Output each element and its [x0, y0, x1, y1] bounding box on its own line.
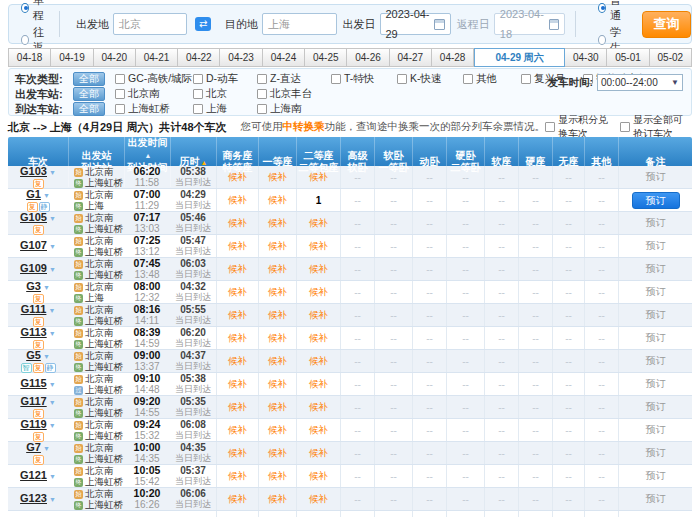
train-link-G113[interactable]: G113 — [20, 327, 46, 338]
checkbox-icon[interactable] — [331, 74, 341, 84]
train-link-G7[interactable]: G7 — [26, 442, 41, 453]
calendar-icon[interactable] — [434, 19, 445, 30]
depart-date-input[interactable]: 2023-04-29 — [380, 13, 451, 35]
date-tab-04-26[interactable]: 04-26 — [347, 48, 389, 67]
swap-stations-icon[interactable]: ⇄ — [195, 17, 211, 31]
checkbox-icon[interactable] — [257, 74, 267, 84]
filter-option-上海南[interactable]: 上海南 — [257, 102, 331, 116]
train-link-G105[interactable]: G105 — [20, 212, 47, 223]
station-name: 上海 — [85, 200, 104, 211]
checkbox-icon[interactable] — [257, 104, 267, 114]
seat-availability: 候补 — [296, 350, 340, 372]
checkbox-icon[interactable] — [257, 89, 267, 99]
train-link-G111[interactable]: G111 — [21, 304, 47, 315]
train-link-G103[interactable]: G103 — [20, 166, 47, 177]
date-tab-05-02[interactable]: 05-02 — [650, 48, 692, 67]
filter-option-K-快速[interactable]: K-快速 — [397, 72, 463, 86]
train-link-G3[interactable]: G3 — [26, 281, 41, 292]
chevron-down-icon[interactable]: ▼ — [43, 284, 50, 291]
chevron-down-icon[interactable]: ▼ — [49, 266, 56, 273]
date-tab-04-28[interactable]: 04-28 — [432, 48, 474, 67]
time-cell: 07:1713:03 — [124, 212, 170, 234]
chevron-down-icon[interactable]: ▼ — [43, 445, 50, 452]
chevron-down-icon[interactable]: ▼ — [49, 330, 56, 337]
seat-availability: -- — [340, 373, 374, 395]
filter-all-button[interactable]: 全部 — [73, 87, 105, 101]
chevron-down-icon[interactable]: ▼ — [49, 243, 56, 250]
checkbox-icon[interactable] — [193, 104, 203, 114]
date-tab-04-18[interactable]: 04-18 — [8, 48, 51, 67]
train-link-G5[interactable]: G5 — [26, 350, 41, 361]
train-link-G119[interactable]: G119 — [20, 419, 46, 430]
checkbox-icon[interactable] — [463, 74, 473, 84]
transfer-link[interactable]: 中转换乘 — [283, 120, 325, 132]
filter-all-button[interactable]: 全部 — [73, 102, 105, 116]
query-button[interactable]: 查询 — [642, 11, 691, 38]
radio-icon[interactable] — [598, 3, 606, 13]
date-tab-04-25[interactable]: 04-25 — [305, 48, 347, 67]
train-link-G115[interactable]: G115 — [20, 378, 46, 389]
chevron-down-icon[interactable]: ▼ — [49, 399, 56, 406]
chevron-down-icon[interactable]: ▼ — [49, 496, 56, 503]
date-tab-04-29[interactable]: 04-29 周六 — [474, 48, 565, 67]
filter-option-T-特快[interactable]: T-特快 — [331, 72, 397, 86]
checkbox-icon[interactable] — [193, 89, 203, 99]
date-tab-04-23[interactable]: 04-23 — [220, 48, 262, 67]
train-link-G121[interactable]: G121 — [20, 470, 47, 481]
filter-option-Z-直达[interactable]: Z-直达 — [257, 72, 331, 86]
filter-option-其他[interactable]: 其他 — [463, 72, 521, 86]
depart-time-select[interactable]: 00:00--24:00 ▼ — [597, 74, 683, 91]
train-link-G107[interactable]: G107 — [20, 240, 47, 251]
chevron-down-icon[interactable]: ▼ — [49, 473, 56, 480]
chevron-down-icon[interactable]: ▼ — [49, 169, 56, 176]
seat-availability: -- — [584, 465, 618, 487]
radio-icon[interactable] — [21, 3, 29, 13]
trip-option-单程[interactable]: 单程 — [21, 0, 49, 23]
train-link-G1[interactable]: G1 — [26, 189, 41, 200]
sort-arrow-icon[interactable]: ▲ — [145, 152, 152, 159]
filter-all-button[interactable]: 全部 — [73, 72, 105, 86]
date-tab-04-27[interactable]: 04-27 — [390, 48, 432, 67]
checkbox-icon[interactable] — [193, 74, 203, 84]
date-tab-05-01[interactable]: 05-01 — [607, 48, 649, 67]
checkbox-icon[interactable] — [521, 74, 531, 84]
filter-option-北京丰台[interactable]: 北京丰台 — [257, 87, 331, 101]
sort-arrow-icon[interactable]: ▲ — [201, 159, 208, 166]
duration-cell: 06:03当日到达 — [170, 258, 216, 280]
chevron-down-icon[interactable]: ▼ — [48, 307, 55, 314]
chevron-down-icon[interactable]: ▼ — [43, 192, 50, 199]
train-link-G109[interactable]: G109 — [20, 263, 47, 274]
filter-option-D-动车[interactable]: D-动车 — [193, 72, 257, 86]
date-tab-04-22[interactable]: 04-22 — [178, 48, 220, 67]
checkbox-icon[interactable] — [115, 89, 125, 99]
from-input[interactable]: 北京 — [113, 13, 187, 35]
chevron-down-icon[interactable]: ▼ — [43, 353, 50, 360]
date-tab-04-19[interactable]: 04-19 — [51, 48, 93, 67]
book-disabled-text: 预订 — [646, 239, 666, 253]
date-tab-04-20[interactable]: 04-20 — [94, 48, 136, 67]
checkbox-icon[interactable] — [397, 74, 407, 84]
date-tab-04-24[interactable]: 04-24 — [263, 48, 305, 67]
checkbox-icon[interactable] — [620, 122, 630, 132]
chevron-down-icon: ▼ — [671, 78, 679, 87]
checkbox-icon[interactable] — [115, 104, 125, 114]
filter-option-上海[interactable]: 上海 — [193, 102, 257, 116]
date-tab-04-30[interactable]: 04-30 — [565, 48, 607, 67]
chevron-down-icon[interactable]: ▼ — [49, 215, 56, 222]
radio-icon[interactable] — [598, 35, 606, 45]
filter-option-GC-高铁/城际[interactable]: GC-高铁/城际 — [115, 72, 193, 86]
chevron-down-icon[interactable]: ▼ — [49, 381, 56, 388]
book-button[interactable]: 预订 — [632, 192, 680, 209]
filter-option-北京南[interactable]: 北京南 — [115, 87, 193, 101]
chevron-down-icon[interactable]: ▼ — [49, 422, 56, 429]
to-input[interactable]: 上海 — [262, 13, 336, 35]
checkbox-icon[interactable] — [115, 74, 125, 84]
passenger-option-普通[interactable]: 普通 — [598, 0, 626, 23]
checkbox-icon[interactable] — [545, 122, 555, 132]
filter-option-北京[interactable]: 北京 — [193, 87, 257, 101]
radio-icon[interactable] — [21, 35, 29, 45]
filter-option-上海虹桥[interactable]: 上海虹桥 — [115, 102, 193, 116]
train-link-G117[interactable]: G117 — [20, 396, 46, 407]
date-tab-04-21[interactable]: 04-21 — [136, 48, 178, 67]
train-link-G123[interactable]: G123 — [20, 493, 47, 504]
